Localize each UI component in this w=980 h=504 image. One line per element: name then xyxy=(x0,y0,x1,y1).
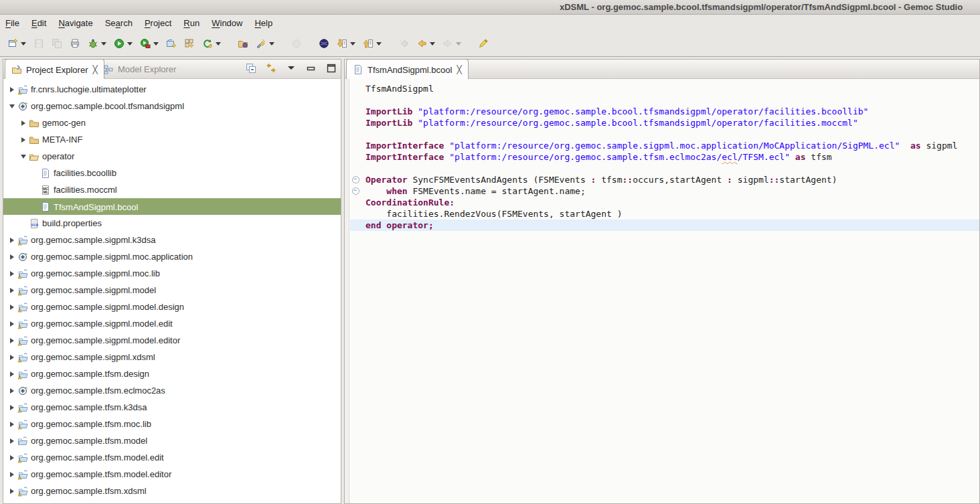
tab-model-explorer[interactable]: Model Explorer xyxy=(97,60,182,79)
run-button[interactable] xyxy=(112,35,135,52)
menu-edit[interactable]: Edit xyxy=(31,16,53,30)
tree-item[interactable]: !org.gemoc.sample.tfsm.xdsml xyxy=(3,483,341,499)
new-gemoc-project-button[interactable] xyxy=(200,35,223,52)
tree-item[interactable]: 010build.properties xyxy=(3,215,341,232)
highlighter-button[interactable] xyxy=(476,35,491,52)
tree-item[interactable]: MCMLfacilities.moccml xyxy=(3,181,341,198)
expand-arrow-icon[interactable] xyxy=(7,288,17,293)
project-warning-icon: ! xyxy=(17,469,28,480)
next-annotation-dropdown-icon[interactable] xyxy=(350,42,355,46)
fold-collapse-icon[interactable] xyxy=(352,187,359,195)
menu-file[interactable]: File xyxy=(5,16,26,30)
tree-item[interactable]: TfsmAndSigpml.bcool xyxy=(3,198,341,215)
project-tree[interactable]: !fr.cnrs.luchogie.ultimateplotterorg.gem… xyxy=(3,79,341,504)
expand-arrow-icon[interactable] xyxy=(7,371,17,377)
new-dropdown-icon[interactable] xyxy=(21,42,26,46)
open-web-browser-button[interactable] xyxy=(317,35,331,52)
run-external-tools-button[interactable] xyxy=(138,35,161,52)
tree-item[interactable]: !org.gemoc.sample.sigpml.moc.lib xyxy=(3,265,341,282)
file-icon xyxy=(353,64,363,75)
expand-arrow-icon[interactable] xyxy=(7,405,17,410)
back-dropdown-icon[interactable] xyxy=(430,42,435,46)
tree-item[interactable]: !org.gemoc.sample.sigpml.xdsml xyxy=(3,349,341,365)
close-icon[interactable]: ╳ xyxy=(457,65,461,74)
collapse-all-button[interactable] xyxy=(246,63,256,76)
expand-arrow-icon[interactable] xyxy=(7,321,17,327)
expand-arrow-icon[interactable] xyxy=(7,489,17,494)
last-edit-location-icon xyxy=(398,38,409,49)
tree-item[interactable]: gemoc-gen xyxy=(3,114,341,131)
window-titlebar[interactable]: xDSML - org.gemoc.sample.bcool.tfsmandsi… xyxy=(0,0,980,15)
menu-search[interactable]: Search xyxy=(105,16,139,30)
expand-arrow-icon[interactable] xyxy=(7,355,17,360)
expand-arrow-icon[interactable] xyxy=(7,305,17,310)
link-with-editor-button[interactable] xyxy=(266,63,276,76)
expand-arrow-icon[interactable] xyxy=(7,422,17,427)
code-line: ImportInterface "platform:/resource/org.… xyxy=(345,151,979,163)
tree-item[interactable]: !org.gemoc.sample.sigpml.k3dsa xyxy=(3,232,341,248)
tree-item[interactable]: org.gemoc.sample.tfsm.eclmoc2as xyxy=(3,382,341,399)
code-keyword: : xyxy=(727,175,732,185)
tree-item[interactable]: !org.gemoc.sample.sigpml.model.design xyxy=(3,299,341,315)
maximize-button[interactable] xyxy=(326,63,337,76)
expand-arrow-icon[interactable] xyxy=(19,120,28,126)
tree-item[interactable]: META-INF xyxy=(3,131,341,148)
tree-item[interactable]: !org.gemoc.sample.tfsm.design xyxy=(3,365,341,382)
tree-item[interactable]: org.gemoc.sample.bcool.tfsmandsigpml xyxy=(3,98,341,114)
previous-annotation-dropdown-icon[interactable] xyxy=(376,42,382,46)
tree-item[interactable]: !org.gemoc.sample.tfsm.moc.lib xyxy=(3,416,341,432)
fold-collapse-icon[interactable] xyxy=(352,176,359,183)
menu-run[interactable]: Run xyxy=(183,16,206,30)
previous-annotation-button[interactable] xyxy=(361,35,384,52)
tree-item-label: gemoc-gen xyxy=(42,118,86,128)
expand-arrow-icon[interactable] xyxy=(7,271,17,276)
open-resource-button[interactable] xyxy=(236,35,250,52)
tree-item[interactable]: !org.gemoc.sample.tfsm.k3dsa xyxy=(3,399,341,416)
expand-arrow-icon[interactable] xyxy=(7,388,17,394)
tree-item[interactable]: !org.gemoc.sample.tfsm.model.editor xyxy=(3,466,341,483)
menu-help[interactable]: Help xyxy=(254,16,279,30)
collapse-arrow-icon[interactable] xyxy=(19,155,28,159)
new-modeling-project-button[interactable] xyxy=(164,35,179,52)
expand-arrow-icon[interactable] xyxy=(7,87,17,92)
tree-item[interactable]: org.gemoc.sample.tfsm.model xyxy=(3,432,341,449)
menu-navigate[interactable]: Navigate xyxy=(58,16,99,30)
run-dropdown-icon[interactable] xyxy=(127,42,133,46)
new-button[interactable] xyxy=(5,35,28,52)
search-button[interactable] xyxy=(254,35,276,52)
tab-project-explorer[interactable]: Project Explorer ╳ xyxy=(5,59,104,80)
expand-arrow-icon[interactable] xyxy=(7,338,17,343)
view-menu-button[interactable] xyxy=(286,63,297,76)
tree-item[interactable]: !org.gemoc.sample.sigpml.model.edit xyxy=(3,315,341,332)
tab-editor-tfsmandsigpml[interactable]: TfsmAndSigpml.bcool ╳ xyxy=(346,59,469,80)
tree-item[interactable]: !org.gemoc.sample.sigpml.model.editor xyxy=(3,332,341,349)
expand-arrow-icon[interactable] xyxy=(7,254,17,260)
debug-button[interactable] xyxy=(86,35,108,52)
expand-arrow-icon[interactable] xyxy=(7,438,17,444)
code-editor[interactable]: TfsmAndSigpmlImportLib "platform:/resour… xyxy=(344,79,980,504)
menu-project[interactable]: Project xyxy=(145,16,178,30)
tree-item[interactable]: org.gemoc.sample.sigpml.moc.application xyxy=(3,248,341,265)
minimize-button[interactable] xyxy=(306,63,317,76)
search-dropdown-icon[interactable] xyxy=(269,42,274,46)
tree-item[interactable]: !org.gemoc.sample.tfsm.model.edit xyxy=(3,449,341,466)
tree-item[interactable]: !fr.cnrs.luchogie.ultimateplotter xyxy=(3,81,341,98)
expand-arrow-icon[interactable] xyxy=(7,472,17,477)
tree-item[interactable]: !org.gemoc.sample.sigpml.model xyxy=(3,282,341,299)
expand-arrow-icon[interactable] xyxy=(19,137,28,143)
expand-arrow-icon[interactable] xyxy=(7,238,17,243)
menu-window[interactable]: Window xyxy=(212,16,249,30)
back-button[interactable] xyxy=(414,35,437,52)
new-gemoc-project-dropdown-icon[interactable] xyxy=(216,42,221,46)
expand-arrow-icon[interactable] xyxy=(7,455,17,460)
collapse-arrow-icon[interactable] xyxy=(7,104,17,108)
run-external-tools-dropdown-icon[interactable] xyxy=(153,42,159,46)
new-plugin-project-icon xyxy=(184,38,195,49)
print-button[interactable] xyxy=(68,35,82,52)
debug-dropdown-icon[interactable] xyxy=(101,42,106,46)
tree-item[interactable]: operator xyxy=(3,148,341,165)
project-explorer-icon xyxy=(11,64,22,75)
new-plugin-project-button[interactable] xyxy=(182,35,197,52)
tree-item[interactable]: facilities.bcoollib xyxy=(3,165,341,181)
next-annotation-button[interactable] xyxy=(335,35,357,52)
